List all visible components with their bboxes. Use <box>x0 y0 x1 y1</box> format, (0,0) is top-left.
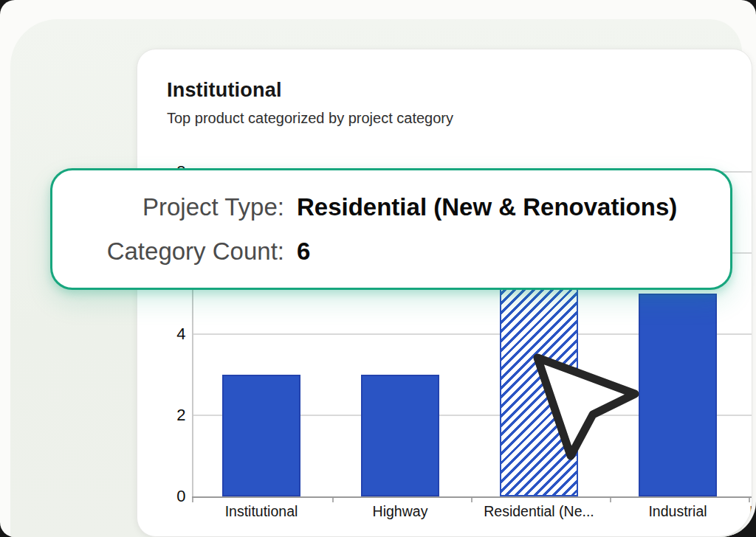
y-axis-label-4: 4 <box>154 325 186 344</box>
tooltip-value-category-count: 6 <box>297 237 712 266</box>
x-axis-label-clipped: I <box>749 502 752 520</box>
y-axis-label-2: 2 <box>154 406 186 425</box>
arrow-cursor-icon <box>517 347 650 468</box>
app-window: Institutional Top product categorized by… <box>0 0 756 537</box>
bar-industrial[interactable] <box>639 294 717 496</box>
x-axis-label-institutional: Institutional <box>191 502 331 520</box>
chart-tooltip: Project Type: Residential (New & Renovat… <box>50 168 732 290</box>
tooltip-value-project-type: Residential (New & Renovations) <box>297 193 712 222</box>
tooltip-label-project-type: Project Type: <box>70 193 284 222</box>
screen: { "card": { "title": "Institutional", "s… <box>0 0 756 537</box>
bar-institutional[interactable] <box>222 375 300 496</box>
x-axis-label-highway: Highway <box>330 502 470 520</box>
chart-card: Institutional Top product categorized by… <box>137 49 752 537</box>
bar-highway[interactable] <box>361 375 439 496</box>
x-axis-label-residential-ne: Residential (Ne... <box>469 502 609 520</box>
tooltip-label-category-count: Category Count: <box>70 237 284 266</box>
bar-chart: 02468InstitutionalHighwayResidential (Ne… <box>137 49 752 536</box>
x-axis-label-industrial: Industrial <box>608 502 748 520</box>
y-axis-label-0: 0 <box>154 487 186 506</box>
